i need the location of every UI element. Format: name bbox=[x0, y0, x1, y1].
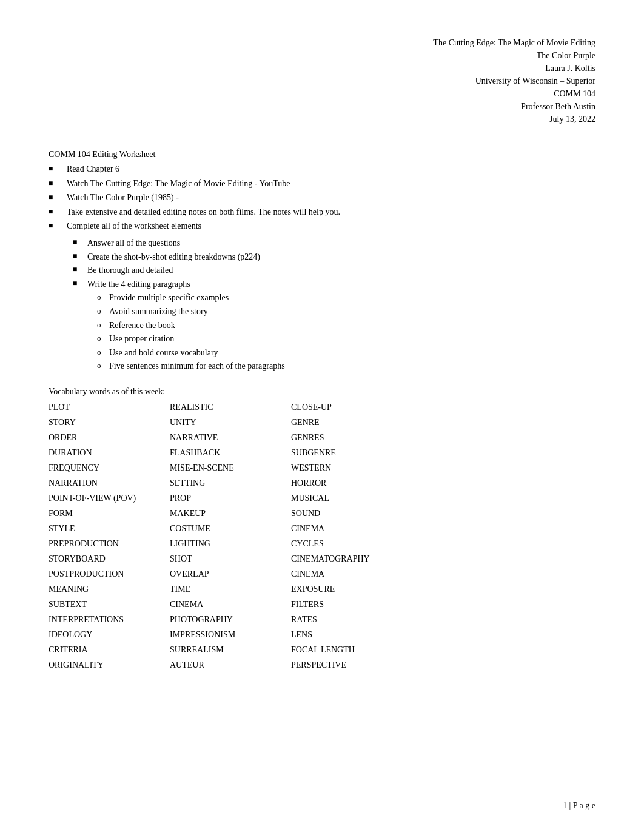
vocab-item: STORY bbox=[49, 415, 170, 429]
list-item: ■ Take extensive and detailed editing no… bbox=[49, 206, 595, 218]
header-line3: Laura J. Koltis bbox=[49, 62, 595, 75]
vocab-item: PHOTOGRAPHY bbox=[170, 612, 291, 626]
list-item: o Five sentences minimum for each of the… bbox=[49, 360, 595, 372]
list-item: o Provide multiple specific examples bbox=[49, 292, 595, 304]
list-item: ■ Create the shot-by-shot editing breakd… bbox=[49, 251, 595, 263]
sub-list: ■ Answer all of the questions ■ Create t… bbox=[49, 237, 595, 290]
vocab-item: OVERLAP bbox=[170, 567, 291, 581]
vocab-item: REALISTIC bbox=[170, 400, 291, 414]
list-item-text: Watch The Color Purple (1985) - bbox=[67, 192, 179, 204]
vocab-item: SUBGENRE bbox=[291, 446, 424, 460]
list-item-text: Watch The Cutting Edge: The Magic of Mov… bbox=[67, 178, 290, 190]
sub-sub-item-text: Reference the book bbox=[109, 320, 175, 332]
vocab-item: CRITERIA bbox=[49, 643, 170, 657]
vocab-item: EXPOSURE bbox=[291, 582, 424, 596]
sub-bullet-icon: ■ bbox=[73, 278, 87, 289]
bullet-icon: ■ bbox=[49, 178, 67, 189]
sub-sub-item-text: Use proper citation bbox=[109, 333, 174, 345]
vocab-item: CINEMA bbox=[170, 597, 291, 611]
list-item-text: Complete all of the worksheet elements bbox=[67, 220, 201, 232]
list-item-text: Take extensive and detailed editing note… bbox=[67, 206, 340, 218]
header-line2: The Color Purple bbox=[49, 49, 595, 62]
vocab-item: INTERPRETATIONS bbox=[49, 612, 170, 626]
vocab-section: Vocabulary words as of this week: PLOTRE… bbox=[49, 387, 595, 672]
vocab-item: MUSICAL bbox=[291, 491, 424, 505]
bullet-icon: ■ bbox=[49, 192, 67, 203]
vocab-item: LENS bbox=[291, 628, 424, 642]
vocab-item: CINEMA bbox=[291, 567, 424, 581]
vocab-item: FLASHBACK bbox=[170, 446, 291, 460]
vocab-item: SHOT bbox=[170, 552, 291, 566]
vocab-item: AUTEUR bbox=[170, 658, 291, 672]
sub-item-text: Be thorough and detailed bbox=[87, 264, 173, 277]
vocab-item: FOCAL LENGTH bbox=[291, 643, 424, 657]
header-line5: COMM 104 bbox=[49, 87, 595, 100]
vocab-item: NARRATION bbox=[49, 476, 170, 490]
page-footer: 1 | P a g e bbox=[563, 801, 595, 811]
vocab-item: LIGHTING bbox=[170, 537, 291, 551]
vocab-item: UNITY bbox=[170, 415, 291, 429]
sub-sub-bullet-icon: o bbox=[97, 347, 109, 358]
vocab-item: POSTPRODUCTION bbox=[49, 567, 170, 581]
sub-bullet-icon: ■ bbox=[73, 251, 87, 261]
list-item-text: Read Chapter 6 bbox=[67, 163, 119, 175]
vocab-item: DURATION bbox=[49, 446, 170, 460]
vocab-item: MISE-EN-SCENE bbox=[170, 461, 291, 475]
sub-sub-bullet-icon: o bbox=[97, 306, 109, 317]
list-item: ■ Read Chapter 6 bbox=[49, 163, 595, 175]
list-item: o Reference the book bbox=[49, 320, 595, 332]
vocab-item: FILTERS bbox=[291, 597, 424, 611]
vocab-item: COSTUME bbox=[170, 521, 291, 535]
header-block: The Cutting Edge: The Magic of Movie Edi… bbox=[49, 36, 595, 126]
sub-sub-bullet-icon: o bbox=[97, 333, 109, 344]
sub-sub-bullet-icon: o bbox=[97, 292, 109, 303]
vocab-item: TIME bbox=[170, 582, 291, 596]
vocab-item: HORROR bbox=[291, 476, 424, 490]
vocab-item: PROP bbox=[170, 491, 291, 505]
header-line4: University of Wisconsin – Superior bbox=[49, 75, 595, 87]
vocab-item: CLOSE-UP bbox=[291, 400, 424, 414]
vocab-item: PREPRODUCTION bbox=[49, 537, 170, 551]
list-item: ■ Answer all of the questions bbox=[49, 237, 595, 249]
bullet-icon: ■ bbox=[49, 206, 67, 217]
vocab-item: FREQUENCY bbox=[49, 461, 170, 475]
list-item: o Avoid summarizing the story bbox=[49, 306, 595, 318]
list-item: ■ Be thorough and detailed bbox=[49, 264, 595, 277]
vocab-item: SETTING bbox=[170, 476, 291, 490]
list-item: o Use and bold course vocabulary bbox=[49, 347, 595, 359]
vocab-label: Vocabulary words as of this week: bbox=[49, 387, 595, 397]
vocab-item: PLOT bbox=[49, 400, 170, 414]
vocab-item: POINT-OF-VIEW (POV) bbox=[49, 491, 170, 505]
page-number: 1 | P a g e bbox=[563, 801, 595, 810]
vocab-item: CINEMA bbox=[291, 521, 424, 535]
vocab-item: MAKEUP bbox=[170, 506, 291, 520]
header-line1: The Cutting Edge: The Magic of Movie Edi… bbox=[49, 36, 595, 49]
vocab-item: SOUND bbox=[291, 506, 424, 520]
bullet-icon: ■ bbox=[49, 163, 67, 174]
sub-bullet-icon: ■ bbox=[73, 237, 87, 247]
sub-sub-item-text: Avoid summarizing the story bbox=[109, 306, 208, 318]
vocab-item: CYCLES bbox=[291, 537, 424, 551]
vocab-item: SURREALISM bbox=[170, 643, 291, 657]
vocab-item: IDEOLOGY bbox=[49, 628, 170, 642]
list-item: o Use proper citation bbox=[49, 333, 595, 345]
list-item: ■ Write the 4 editing paragraphs bbox=[49, 278, 595, 290]
vocab-item: IMPRESSIONISM bbox=[170, 628, 291, 642]
list-item: ■ Complete all of the worksheet elements bbox=[49, 220, 595, 232]
sub-item-text: Create the shot-by-shot editing breakdow… bbox=[87, 251, 260, 263]
vocab-item: PERSPECTIVE bbox=[291, 658, 424, 672]
vocab-item: FORM bbox=[49, 506, 170, 520]
section-title: COMM 104 Editing Worksheet bbox=[49, 150, 595, 159]
sub-sub-item-text: Provide multiple specific examples bbox=[109, 292, 229, 304]
vocab-item: MEANING bbox=[49, 582, 170, 596]
vocab-item: RATES bbox=[291, 612, 424, 626]
vocab-item: ORDER bbox=[49, 431, 170, 444]
vocab-item: STORYBOARD bbox=[49, 552, 170, 566]
sub-sub-list: o Provide multiple specific examples o A… bbox=[49, 292, 595, 372]
vocab-item: SUBTEXT bbox=[49, 597, 170, 611]
vocab-item: NARRATIVE bbox=[170, 431, 291, 444]
header-line6: Professor Beth Austin bbox=[49, 100, 595, 113]
sub-sub-bullet-icon: o bbox=[97, 320, 109, 330]
vocab-item: CINEMATOGRAPHY bbox=[291, 552, 424, 566]
list-item: ■ Watch The Cutting Edge: The Magic of M… bbox=[49, 178, 595, 190]
